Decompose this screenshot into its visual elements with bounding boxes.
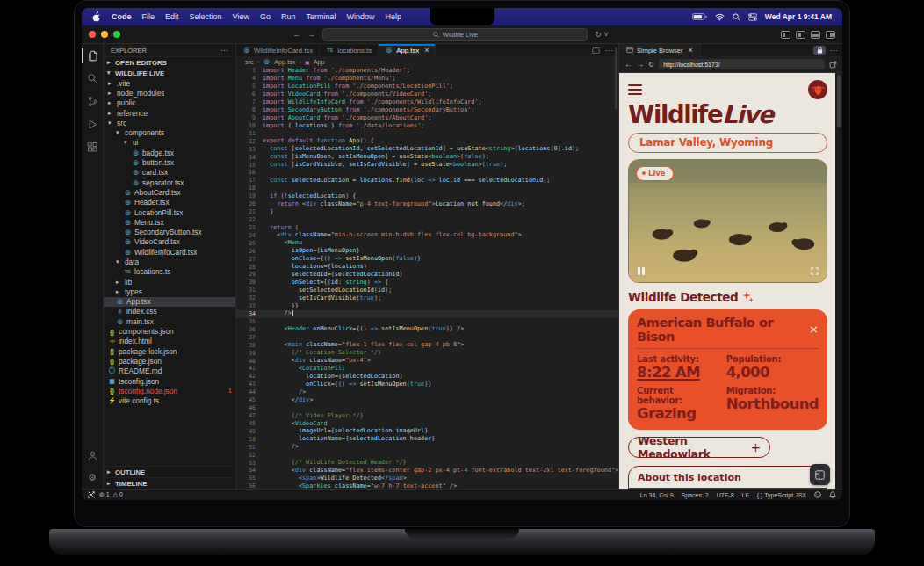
editor-scrollbar[interactable]	[615, 47, 617, 109]
close-window-button[interactable]	[89, 31, 96, 38]
command-center-search[interactable]: Wildlife Live	[322, 28, 588, 41]
spotlight-search-icon[interactable]	[733, 13, 740, 21]
tree-item-components[interactable]: ▾components	[104, 127, 235, 137]
explorer-more-icon[interactable]: ⋯	[220, 46, 228, 54]
code-line-33[interactable]: 33 }}	[236, 302, 618, 310]
fullscreen-icon[interactable]	[811, 267, 819, 275]
tree-item-App.tsx[interactable]: ◎App.tsx	[104, 297, 235, 307]
tree-item-index.html[interactable]: <>index.html	[104, 337, 235, 346]
code-line-38[interactable]: 38 <main className="flex-1 flex flex-col…	[236, 341, 618, 349]
tree-item-tsconfig.json[interactable]: ▦tsconfig.json	[104, 376, 235, 386]
menu-selection[interactable]: Selection	[190, 12, 222, 21]
minimize-window-button[interactable]	[101, 31, 108, 38]
timeline-section[interactable]: ▸ TIMELINE	[104, 477, 235, 489]
code-line-14[interactable]: 14 const [isMenuOpen, setIsMenuOpen] = u…	[236, 153, 618, 161]
tree-item-package-lock.json[interactable]: {}package-lock.json	[104, 346, 235, 356]
code-line-20[interactable]: 20 return <div className="p-4 text-foreg…	[236, 200, 618, 208]
code-line-51[interactable]: 51 />	[236, 443, 618, 451]
code-line-42[interactable]: 42 location={selectedLocation}	[236, 373, 618, 381]
code-line-8[interactable]: 8import SecondaryButton from './componen…	[236, 106, 618, 114]
breadcrumb[interactable]: src›◎App.tsx›▣App	[236, 56, 618, 67]
tree-item-badge.tsx[interactable]: ◎badge.tsx	[104, 148, 235, 157]
tree-item-locations.ts[interactable]: TSlocations.ts	[104, 267, 235, 277]
code-line-52[interactable]: 52	[236, 451, 618, 459]
code-line-19[interactable]: 19 if (!selectedLocation) {	[236, 192, 618, 200]
code-line-56[interactable]: 56 <Sparkles className="w-7 h-7 text-acc…	[236, 483, 618, 489]
tree-item-main.tsx[interactable]: ◎main.tsx	[104, 316, 235, 326]
status-item[interactable]: Ln 34, Col 9	[640, 492, 674, 498]
extensions-icon[interactable]	[82, 140, 103, 155]
browser-more-icon[interactable]: ⋯	[830, 47, 837, 54]
code-line-37[interactable]: 37	[236, 333, 618, 341]
western-meadowlark-button[interactable]: Western Meadowlark +	[628, 437, 770, 458]
menu-file[interactable]: File	[142, 12, 155, 21]
close-card-icon[interactable]: ×	[809, 323, 819, 335]
menu-go[interactable]: Go	[260, 12, 271, 21]
code-line-3[interactable]: 3import Header from './components/Header…	[236, 67, 618, 75]
code-line-23[interactable]: 23 return (	[236, 223, 618, 231]
refresh-dropdown-icon[interactable]: ↻ ˅	[595, 30, 608, 39]
code-line-16[interactable]: 16	[236, 169, 618, 177]
tree-item-Header.tsx[interactable]: ◎Header.tsx	[104, 198, 235, 207]
tree-item-package.json[interactable]: {}package.json	[104, 356, 235, 366]
tree-item-.vite[interactable]: ▸.vite	[104, 78, 235, 88]
tree-item-button.tsx[interactable]: ◎button.tsx	[104, 157, 235, 167]
tree-item-Menu.tsx[interactable]: ◎Menu.tsx	[104, 217, 235, 227]
code-line-30[interactable]: 30 onSelect={(id: string) => {	[236, 279, 618, 287]
tree-item-separator.tsx[interactable]: ◎separator.tsx	[104, 178, 235, 187]
toggle-bottom-panel-icon[interactable]	[811, 31, 820, 39]
menu-run[interactable]: Run	[281, 12, 296, 21]
browser-reload-icon[interactable]: ↻	[648, 60, 654, 69]
history-back-icon[interactable]: ←	[292, 30, 300, 39]
tree-item-LocationPill.tsx[interactable]: ◎LocationPill.tsx	[104, 207, 235, 217]
search-sidebar-icon[interactable]	[82, 71, 103, 86]
code-line-47[interactable]: 47 {/* Video Player */}	[236, 412, 618, 420]
menu-clock[interactable]: Wed Apr 1 9:41 AM	[765, 12, 832, 21]
tab-locations.ts[interactable]: TSlocations.ts	[320, 44, 379, 56]
live-video-card[interactable]: Live	[628, 159, 827, 283]
control-center-icon[interactable]	[748, 13, 757, 21]
pause-icon[interactable]	[638, 267, 645, 275]
location-pill[interactable]: Lamar Valley, Wyoming	[628, 133, 827, 153]
status-item[interactable]: { } TypeScript JSX	[757, 492, 806, 498]
close-tab-icon[interactable]: ×	[424, 46, 429, 54]
code-line-34[interactable]: 34 />	[236, 310, 618, 318]
code-line-18[interactable]: 18	[236, 185, 618, 192]
code-line-39[interactable]: 39 {/* Location Selector */}	[236, 349, 618, 357]
zoom-window-button[interactable]	[113, 31, 120, 38]
menu-view[interactable]: View	[233, 12, 249, 21]
tab-WildlifeInfoCard.tsx[interactable]: ◎WildlifeInfoCard.tsx	[236, 44, 320, 56]
code-line-25[interactable]: 25 <Menu	[236, 239, 618, 247]
breadcrumb-item-App[interactable]: App	[314, 58, 325, 66]
code-line-26[interactable]: 26 isOpen={isMenuOpen}	[236, 247, 618, 255]
code-line-32[interactable]: 32 setIsCardVisible(true);	[236, 294, 618, 302]
code-line-17[interactable]: 17 const selectedLocation = locations.fi…	[236, 177, 618, 185]
toggle-secondary-sidebar-icon[interactable]	[826, 31, 835, 39]
code-editor[interactable]: 3import Header from './components/Header…	[236, 67, 618, 489]
code-line-46[interactable]: 46	[236, 404, 618, 412]
toggle-panel-layout-icon[interactable]	[781, 31, 790, 39]
avatar[interactable]	[808, 80, 827, 99]
account-icon[interactable]	[82, 448, 103, 463]
battery-icon[interactable]	[692, 13, 707, 20]
code-line-40[interactable]: 40 <div className="px-4">	[236, 357, 618, 365]
tree-item-README.md[interactable]: ⓘREADME.md	[104, 366, 235, 376]
code-line-5[interactable]: 5import LocationPill from './components/…	[236, 83, 618, 91]
tab-simple-browser[interactable]: Simple Browser ×	[619, 44, 701, 56]
tree-item-AboutCard.tsx[interactable]: ◎AboutCard.tsx	[104, 187, 235, 197]
tree-item-SecondaryButton.tsx[interactable]: ◎SecondaryButton.tsx	[104, 227, 235, 236]
code-line-4[interactable]: 4import Menu from './components/Menu';	[236, 75, 618, 83]
history-forward-icon[interactable]: →	[307, 30, 315, 39]
code-line-31[interactable]: 31 setSelectedLocationId(id);	[236, 287, 618, 294]
menu-code[interactable]: Code	[112, 12, 132, 21]
code-line-55[interactable]: 55 <span>Wildlife Detected</span>	[236, 475, 618, 483]
code-line-54[interactable]: 54 <div className="flex items-center gap…	[236, 467, 618, 475]
outline-section[interactable]: ▸ OUTLINE	[104, 466, 235, 477]
code-line-41[interactable]: 41 <LocationPill	[236, 365, 618, 373]
remote-indicator-icon[interactable]	[88, 491, 95, 498]
code-line-48[interactable]: 48 <VideoCard	[236, 419, 618, 427]
code-line-9[interactable]: 9import AboutCard from './components/Abo…	[236, 114, 618, 122]
settings-gear-icon[interactable]: ⚙	[82, 470, 103, 485]
tab-App.tsx[interactable]: ◎App.tsx×	[379, 44, 436, 56]
wifi-icon[interactable]	[715, 13, 725, 21]
